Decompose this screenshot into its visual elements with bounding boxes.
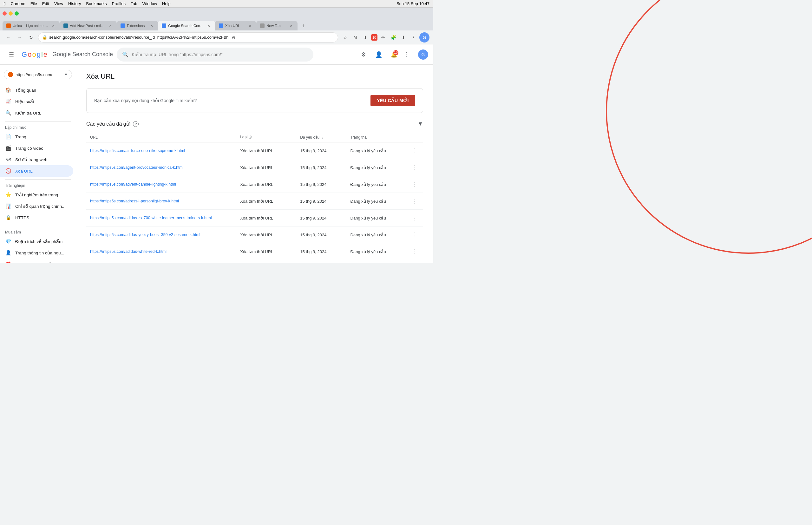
sidebar-item-xoa-url[interactable]: 🚫 Xóa URL xyxy=(0,165,73,177)
type-help-icon: ⓘ xyxy=(249,135,252,139)
cell-url: https://mtips5s.com/adress-i-personligt-… xyxy=(86,193,236,210)
close-button[interactable] xyxy=(2,11,7,16)
address-input-wrap[interactable]: 🔒 search.google.com/search-console/remov… xyxy=(38,32,338,43)
site-selector[interactable]: https://mtips5s.com/ ▼ xyxy=(4,70,72,79)
cell-url: https://mtips5s.com/advent-candle-lighti… xyxy=(86,176,236,193)
menu-bookmarks[interactable]: Bookmarks xyxy=(86,1,107,6)
search-input[interactable] xyxy=(132,52,308,57)
table-row: https://mtips5s.com/adidas-zx-700-white-… xyxy=(86,210,423,226)
cell-action[interactable]: ⋮ xyxy=(407,210,423,226)
row-action-menu[interactable]: ⋮ xyxy=(410,163,419,172)
sidebar-item-https[interactable]: 🔒 HTTPS xyxy=(0,212,73,223)
app-search-bar[interactable]: 🔍 xyxy=(117,48,313,62)
cell-action[interactable]: ⋮ xyxy=(407,142,423,159)
menu-history[interactable]: History xyxy=(68,1,81,6)
new-tab-button[interactable]: + xyxy=(299,21,308,30)
cell-action[interactable]: ⋮ xyxy=(407,226,423,243)
cell-action[interactable]: ⋮ xyxy=(407,159,423,176)
tab-close-icon[interactable]: ✕ xyxy=(289,23,294,28)
row-action-menu[interactable]: ⋮ xyxy=(410,247,419,256)
row-action-menu[interactable]: ⋮ xyxy=(410,180,419,189)
user-avatar[interactable]: G xyxy=(418,49,428,60)
tab-unica[interactable]: Unica – Học online mọi k... ✕ xyxy=(2,21,60,30)
menu-chrome[interactable]: Chrome xyxy=(11,1,25,6)
apple-icon[interactable]:  xyxy=(4,1,5,6)
profile-avatar[interactable]: G xyxy=(419,32,430,43)
tab-gsc[interactable]: Google Search Console &... ✕ xyxy=(158,21,215,30)
nav-label: Trang thông tin của ngu... xyxy=(15,250,64,255)
col-header-date[interactable]: Đã yêu cầu ↓ xyxy=(296,132,346,142)
tab-newtab[interactable]: New Tab ✕ xyxy=(256,21,298,30)
ext-icon-download[interactable]: ⬇ xyxy=(361,33,370,42)
menu-window[interactable]: Window xyxy=(142,1,157,6)
col-header-url: URL xyxy=(86,132,236,142)
menu-profiles[interactable]: Profiles xyxy=(112,1,125,6)
maximize-button[interactable] xyxy=(15,11,19,16)
table-row: https://mtips5s.com/advent-candle-lighti… xyxy=(86,176,423,193)
sidebar-item-hieu-suat[interactable]: 📈 Hiệu suất xyxy=(0,96,73,107)
row-action-menu[interactable]: ⋮ xyxy=(410,197,419,206)
tab-close-icon[interactable]: ✕ xyxy=(51,23,56,28)
tab-close-icon[interactable]: ✕ xyxy=(108,23,113,28)
cell-action[interactable]: ⋮ xyxy=(407,176,423,193)
apps-icon[interactable]: ⋮⋮ xyxy=(403,48,416,61)
user-icon[interactable]: 👤 xyxy=(372,48,385,61)
menu-edit[interactable]: Edit xyxy=(42,1,49,6)
bookmark-icon[interactable]: ☆ xyxy=(341,33,349,42)
sidebar-item-tong-quan[interactable]: 🏠 Tổng quan xyxy=(0,85,73,96)
new-request-button[interactable]: YÊU CẦU MỚI xyxy=(371,95,415,106)
tab-label: Xóa URL xyxy=(225,24,240,28)
menu-help[interactable]: Help xyxy=(162,1,171,6)
tab-addpost[interactable]: Add New Post ‹ mtips5s... ✕ xyxy=(60,21,117,30)
sidebar-item-trang-co-video[interactable]: 🎬 Trang có video xyxy=(0,142,73,154)
sort-icon: ↓ xyxy=(322,136,324,139)
tab-close-icon[interactable]: ✕ xyxy=(247,23,253,28)
chrome-menu-icon[interactable]: ⋮ xyxy=(409,33,418,42)
reload-button[interactable]: ↻ xyxy=(27,33,35,42)
minimize-button[interactable] xyxy=(9,11,13,16)
cell-status: Đang xử lý yêu cầu xyxy=(347,260,407,263)
sidebar-item-trang-thong-tin-nguoi[interactable]: 👤 Trang thông tin của ngu... xyxy=(0,247,73,258)
lock-icon: 🔒 xyxy=(42,35,47,40)
row-action-menu[interactable]: ⋮ xyxy=(410,213,419,222)
menu-view[interactable]: View xyxy=(54,1,63,6)
cell-action[interactable]: ⋮ xyxy=(407,243,423,260)
cell-url: https://mtips5s.com/adidas-white-red-k.h… xyxy=(86,243,236,260)
help-icon[interactable]: ? xyxy=(133,121,139,127)
chart-icon: 📈 xyxy=(5,98,11,105)
tab-close-icon[interactable]: ✕ xyxy=(149,23,154,28)
sidebar-item-chi-so[interactable]: 📊 Chỉ số quan trọng chính... xyxy=(0,200,73,212)
ext-icon-calendar[interactable]: 10 xyxy=(371,34,377,41)
menu-tab[interactable]: Tab xyxy=(131,1,137,6)
site-favicon xyxy=(8,72,13,77)
ext-icon-download2[interactable]: ⬇ xyxy=(399,33,408,42)
cell-date: 15 thg 9, 2024 xyxy=(296,226,346,243)
back-button[interactable]: ← xyxy=(4,33,13,42)
sidebar-item-trang[interactable]: 📄 Trang xyxy=(0,131,73,142)
notifications-icon[interactable]: 🔔 10 xyxy=(388,48,400,61)
sidebar-item-trai-nghiem-tren-trang[interactable]: ⭐ Trải nghiệm trên trang xyxy=(0,189,73,200)
sidebar-item-kiem-tra-url[interactable]: 🔍 Kiểm tra URL xyxy=(0,107,73,119)
tab-close-icon[interactable]: ✕ xyxy=(206,23,211,28)
search-icon: 🔍 xyxy=(5,110,11,116)
ext-icon-puzzle[interactable]: 🧩 xyxy=(389,33,398,42)
settings-icon[interactable]: ⚙ xyxy=(357,48,370,61)
menu-file[interactable]: File xyxy=(30,1,37,6)
filter-icon[interactable]: ▼ xyxy=(417,121,423,127)
tab-extensions[interactable]: Extensions ✕ xyxy=(117,21,158,30)
row-action-menu[interactable]: ⋮ xyxy=(410,230,419,239)
ext-icon-1[interactable]: M xyxy=(351,33,360,42)
hamburger-menu[interactable]: ☰ xyxy=(5,48,18,61)
sidebar-item-so-do-trang-web[interactable]: 🗺 Sơ đồ trang web xyxy=(0,154,73,165)
forward-button[interactable]: → xyxy=(15,33,24,42)
table-row: https://mtips5s.com/agent-provocateur-mo… xyxy=(86,159,423,176)
tab-xoaurl[interactable]: Xóa URL ✕ xyxy=(215,21,256,30)
sidebar-item-doan-trich[interactable]: 💎 Đoạn trích về sản phẩm xyxy=(0,236,73,247)
cell-status: Đang xử lý yêu cầu xyxy=(347,210,407,226)
cell-status: Đang xử lý yêu cầu xyxy=(347,243,407,260)
sidebar-item-trang-the-mua[interactable]: 🎁 Trang thông tin thẻ mua... xyxy=(0,258,73,262)
cell-action[interactable]: ⋮ xyxy=(407,260,423,263)
ext-icon-edit[interactable]: ✏ xyxy=(379,33,388,42)
cell-action[interactable]: ⋮ xyxy=(407,193,423,210)
row-action-menu[interactable]: ⋮ xyxy=(410,146,419,155)
